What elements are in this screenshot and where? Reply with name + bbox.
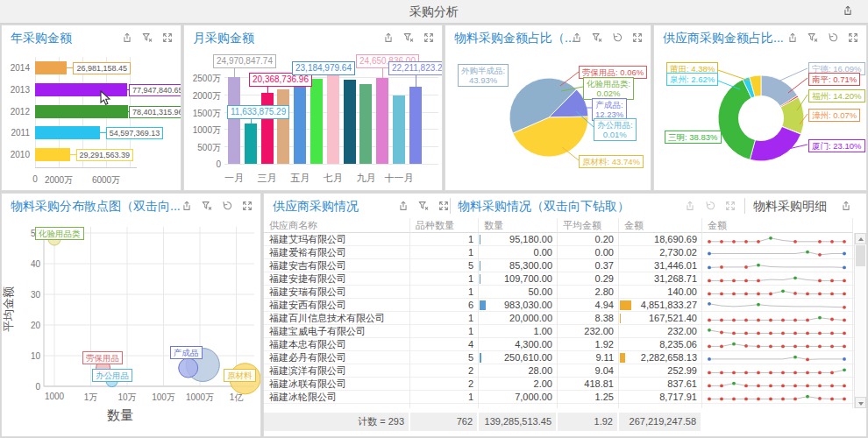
export-icon[interactable] [121, 32, 133, 44]
table-row[interactable]: 福建本忠有限公司44,300.001.928,235.06 [264, 338, 865, 351]
bar-value-label: 23,184,979.64 [292, 61, 355, 75]
table-row[interactable]: 福建安西有限公司6983,030.004.944,851,833.27 [264, 299, 865, 312]
panel-material-scatter: 物料采购分布散点图（双击向... 0102030405010001万10万100… [1, 193, 261, 437]
bar-value-label: 22,211,823.25 [388, 61, 442, 75]
undo-icon[interactable] [221, 200, 233, 212]
slice-label: 泉州: 2.62% [666, 73, 718, 86]
y-axis-title: 平均金额 [2, 283, 17, 336]
bar-八月[interactable] [344, 80, 356, 164]
filter-icon[interactable] [201, 200, 213, 212]
page-title: 采购分析 [0, 0, 868, 23]
scrollbar-thumb[interactable] [856, 245, 865, 266]
export-icon[interactable] [397, 200, 409, 212]
top-bar: 采购分析 [0, 0, 868, 24]
bar-五月[interactable] [294, 83, 306, 164]
y-axis-label: 2013 [2, 85, 30, 95]
sparkline [702, 338, 851, 351]
bubble-label: 劳保用品 [82, 351, 123, 364]
bubble-产成品[interactable] [179, 358, 198, 378]
table-row[interactable]: 福建安吉有限公司585,300.000.3731,446.01 [264, 259, 865, 272]
filter-icon[interactable] [141, 32, 153, 44]
export-icon[interactable] [382, 32, 395, 44]
bar-十二月[interactable] [409, 87, 422, 164]
filter-icon[interactable] [807, 32, 819, 44]
bar-三月[interactable] [261, 93, 274, 164]
expand-icon[interactable] [423, 32, 435, 44]
sparkline [702, 299, 851, 312]
scroll-up-button[interactable] [855, 233, 866, 244]
bar-value-label: 24,970,847.74 [213, 54, 276, 68]
table-footer-cell: 1.92 [558, 413, 617, 431]
y-axis-label: 2012 [2, 107, 30, 117]
bar-一月[interactable] [228, 77, 240, 164]
export-icon[interactable] [181, 200, 193, 212]
scroll-down-button[interactable] [855, 397, 866, 408]
y-axis-label: 40 [18, 259, 40, 269]
y-axis-label: 10 [18, 351, 40, 361]
export-icon [684, 200, 696, 212]
bubble-label: 化验用品类 [35, 227, 84, 240]
table-row[interactable]: 福建爱裕有限公司10.000.002,730.02 [264, 246, 865, 259]
table-row[interactable]: 福建冰联有限公司22.00418.81837.61 [264, 378, 865, 391]
y-axis-label: 2010 [2, 150, 30, 159]
supplier-table: 供应商名称品种数量数量平均金额金额金额福建艾玛有限公司195,180.000.2… [264, 218, 866, 436]
table-row[interactable]: 福建必丹有限公司5250,610.009.112,282,658.13 [264, 351, 865, 364]
slice-label: 原材料: 43.74% [579, 155, 644, 168]
expand-icon[interactable] [161, 32, 174, 44]
y-axis-label: 0 [18, 382, 40, 392]
table-row[interactable]: 福建安瑞有限公司150.002.80140.00 [264, 286, 865, 299]
bar-2012[interactable] [35, 105, 128, 118]
bar-2010[interactable] [35, 148, 70, 161]
slice-label: 外购半成品:43.93% [458, 64, 509, 87]
table-row[interactable]: 福建滨洋有限公司228.009.04252.99 [264, 364, 865, 378]
expand-icon[interactable] [241, 200, 253, 212]
bar-四月[interactable] [277, 89, 289, 164]
panel-divider [744, 198, 745, 214]
panel-title-material-detail: 物料采购明细 [753, 199, 827, 215]
sparkline [702, 246, 851, 259]
table-row[interactable]: 福建百川信息技术有限公司120,000.008.38167,521.40 [264, 312, 865, 325]
undo-icon[interactable] [611, 32, 623, 44]
bar-七月[interactable] [327, 75, 339, 164]
bar-2011[interactable] [35, 126, 100, 139]
panel-title-material-trend: 物料采购情况（双击向下钻取） [458, 199, 630, 215]
table-row[interactable]: 福建艾玛有限公司195,180.000.2018,690.69 [264, 233, 865, 246]
slice-label: 福州: 14.20% [808, 89, 865, 102]
sparkline [702, 325, 851, 338]
table-row[interactable]: 福建冰轮限公司17,000.001.258,717.91 [264, 391, 865, 404]
table-row[interactable]: 福建安捷有限公司1109,700.000.2931,268.71 [264, 272, 865, 286]
filter-icon[interactable] [417, 200, 430, 212]
y-axis-label: 20 [18, 321, 40, 330]
bar-2014[interactable] [35, 61, 67, 74]
expand-icon[interactable] [438, 200, 450, 212]
scrollbar[interactable] [854, 233, 865, 408]
bar-九月[interactable] [359, 84, 372, 164]
export-icon[interactable] [786, 32, 799, 44]
export-icon[interactable] [840, 200, 852, 212]
y-axis-label: 30 [18, 290, 40, 300]
panel-title: 月采购金额 [193, 31, 254, 46]
y-axis-label: 0 [184, 159, 221, 169]
filter-icon[interactable] [591, 32, 603, 44]
sparkline [702, 272, 851, 286]
table-row[interactable]: 福建宝威电子有限公司11.00232.00232.00 [264, 325, 865, 338]
bar-十一月[interactable] [393, 95, 405, 164]
export-icon[interactable] [842, 4, 856, 18]
bar-二月[interactable] [245, 124, 257, 164]
expand-icon[interactable] [847, 32, 859, 44]
bar-六月[interactable] [310, 79, 323, 164]
x-axis-label: 十一月 [380, 172, 418, 185]
sparkline [702, 233, 851, 246]
expand-icon[interactable] [631, 32, 644, 44]
panel-title: 物料采购金额占比（... [454, 31, 575, 46]
sparkline [702, 286, 851, 299]
export-icon[interactable] [571, 32, 583, 44]
filter-icon[interactable] [402, 32, 415, 44]
undo-icon [704, 200, 716, 212]
undo-icon[interactable] [827, 32, 839, 44]
slice-label: 南平: 0.71% [808, 73, 860, 86]
bar-2013[interactable] [35, 83, 127, 96]
panel-title: 年采购金额 [11, 31, 72, 46]
bar-十月[interactable] [376, 78, 388, 164]
x-axis-title: 数量 [107, 407, 133, 424]
